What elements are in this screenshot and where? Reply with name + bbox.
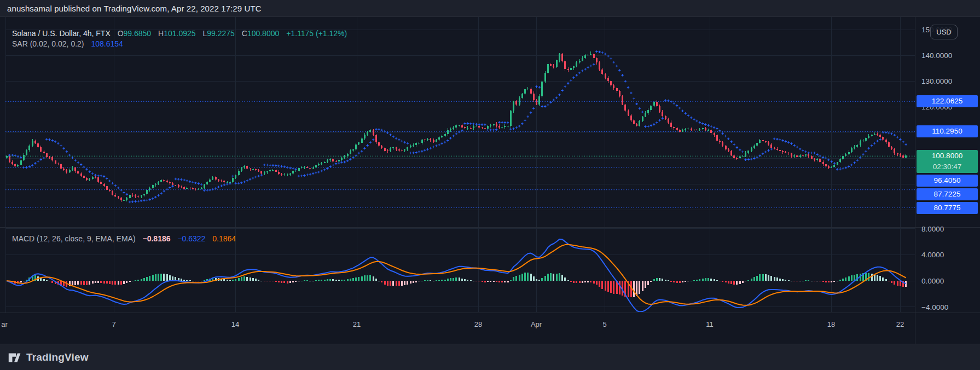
- time-axis-label[interactable]: ar: [1, 320, 8, 328]
- current-price-badge: 100.800002:30:47: [917, 150, 978, 173]
- macd-axis-label[interactable]: 4.0000: [921, 251, 944, 259]
- time-axis-label[interactable]: 22: [896, 320, 904, 328]
- macd-axis-label[interactable]: 8.0000: [921, 224, 944, 233]
- brand-text[interactable]: TradingView: [26, 351, 89, 363]
- tradingview-snapshot: anushsamal published on TradingView.com,…: [0, 0, 980, 370]
- alert-price-badge: 87.7225: [917, 188, 978, 200]
- alert-price-badge: 110.2950: [917, 125, 978, 137]
- macd-axis-label[interactable]: −4.0000: [921, 303, 948, 311]
- price-axis-label[interactable]: 130.0000: [921, 77, 952, 85]
- alert-price-badge: 80.7775: [917, 202, 978, 214]
- alert-price-badge: 122.0625: [917, 95, 978, 107]
- alert-price-badge: 96.4050: [917, 175, 978, 187]
- time-axis-label[interactable]: 14: [231, 320, 239, 328]
- time-axis-label[interactable]: 21: [353, 320, 361, 328]
- time-axis-label[interactable]: 5: [602, 320, 606, 328]
- candlestick-chart[interactable]: [0, 0, 980, 370]
- price-axis-label[interactable]: 140.0000: [921, 51, 952, 60]
- current-price-value: 100.8000: [917, 150, 978, 161]
- macd-axis-label[interactable]: 0.0000: [921, 277, 944, 285]
- time-axis-label[interactable]: 7: [112, 320, 115, 328]
- bar-countdown: 02:30:47: [917, 161, 978, 172]
- time-axis-label[interactable]: 28: [474, 320, 482, 328]
- currency-button[interactable]: USD: [930, 25, 958, 39]
- footer-bar: TradingView: [0, 344, 980, 370]
- time-axis-label[interactable]: 11: [706, 320, 714, 328]
- tradingview-logo-icon[interactable]: [8, 351, 21, 365]
- time-axis-label[interactable]: 18: [827, 320, 835, 328]
- time-axis-label[interactable]: Apr: [531, 320, 542, 328]
